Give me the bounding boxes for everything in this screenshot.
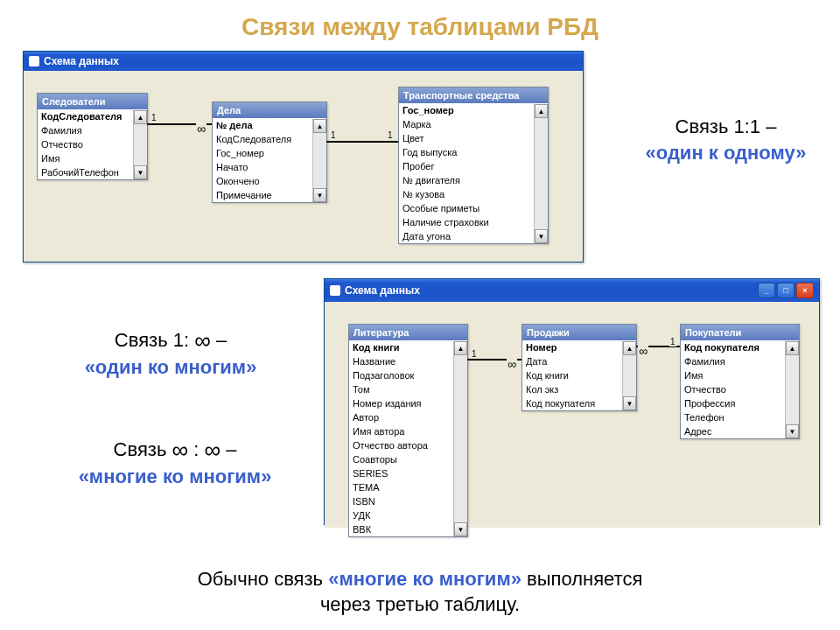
entity-fields: Гос_номер Марка Цвет Год выпуска Пробег … [399, 103, 548, 243]
entity-header: Литература [349, 325, 467, 340]
entity-investigators[interactable]: Следователи КодСледователя Фамилия Отчес… [37, 93, 148, 180]
entity-field: Том [349, 382, 467, 396]
scroll-down-icon[interactable]: ▼ [786, 424, 799, 438]
scrollbar[interactable]: ▲ ▼ [785, 341, 799, 438]
entity-fields: КодСледователя Фамилия Отчество Имя Рабо… [38, 109, 147, 179]
entity-cases[interactable]: Дела № дела КодСледователя Гос_номер Нач… [212, 102, 327, 203]
relation-caption: Связь ∞ : ∞ – [39, 433, 311, 464]
entity-header: Покупатели [681, 325, 799, 340]
scrollbar[interactable]: ▲ ▼ [622, 341, 636, 410]
scroll-up-icon[interactable]: ▲ [313, 119, 326, 133]
page-title: Связи между таблицами РБД [0, 0, 840, 48]
scroll-down-icon[interactable]: ▼ [535, 229, 548, 243]
entity-field: Окончено [213, 174, 326, 188]
entity-sales[interactable]: Продажи Номер Дата Код книги Кол экз Код… [522, 324, 637, 411]
entity-field: Профессия [681, 396, 799, 410]
relation-name: «многие ко многим» [39, 464, 311, 490]
scroll-down-icon[interactable]: ▼ [623, 396, 636, 410]
entity-field: Телефон [681, 410, 799, 424]
entity-field: КодСледователя [38, 109, 147, 123]
entity-field: Автор [349, 410, 467, 424]
scroll-track[interactable] [535, 118, 548, 229]
entity-field: Отчество [681, 382, 799, 396]
entity-fields: Номер Дата Код книги Кол экз Код покупат… [522, 340, 636, 410]
entity-field: Дата [522, 354, 636, 368]
entity-field: РабочийТелефон [38, 165, 147, 179]
entity-header: Следователи [38, 94, 147, 109]
entity-field: Имя автора [349, 424, 467, 438]
entity-field: Название [349, 354, 467, 368]
close-button[interactable]: × [796, 283, 814, 298]
schema-body-1[interactable]: Следователи КодСледователя Фамилия Отчес… [24, 71, 583, 262]
cardinality-label: 1 [669, 337, 676, 346]
entity-field: Наличие страховки [399, 215, 548, 229]
scroll-track[interactable] [313, 133, 326, 188]
entity-field: Имя [681, 368, 799, 382]
relation-name: «один к одному» [623, 140, 829, 166]
scroll-track[interactable] [454, 355, 467, 522]
schema-body-2[interactable]: Литература Код книги Название Подзаголов… [325, 302, 819, 528]
entity-field: КодСледователя [213, 132, 326, 146]
scroll-down-icon[interactable]: ▼ [454, 522, 467, 536]
scrollbar[interactable]: ▲ ▼ [312, 119, 326, 202]
entity-fields: Код книги Название Подзаголовок Том Номе… [349, 340, 467, 536]
window-buttons: _ □ × [758, 283, 814, 298]
entity-header: Транспортные средства [399, 88, 548, 103]
entity-field: Год выпуска [399, 145, 548, 159]
entity-literature[interactable]: Литература Код книги Название Подзаголов… [348, 324, 468, 537]
window-icon [330, 285, 340, 296]
relation-1-1-text: Связь 1:1 – «один к одному» [623, 114, 829, 165]
schema-window-1: Схема данных Следователи КодСледователя … [23, 51, 584, 262]
scroll-down-icon[interactable]: ▼ [134, 165, 147, 179]
entity-header: Продажи [522, 325, 636, 340]
titlebar[interactable]: Схема данных [24, 52, 583, 71]
entity-fields: № дела КодСледователя Гос_номер Начато О… [213, 118, 326, 202]
relationship-line[interactable] [326, 141, 398, 143]
entity-field: Примечание [213, 188, 326, 202]
relation-1-inf-text: Связь 1: ∞ – «один ко многим» [39, 324, 302, 381]
entity-field: Начато [213, 160, 326, 174]
entity-field: Код покупателя [681, 340, 799, 354]
entity-field: Номер издания [349, 396, 467, 410]
scroll-track[interactable] [786, 355, 799, 424]
entity-field: № кузова [399, 187, 548, 201]
entity-field: Соавторы [349, 452, 467, 466]
scroll-track[interactable] [623, 355, 636, 396]
scroll-down-icon[interactable]: ▼ [313, 188, 326, 202]
entity-field: Марка [399, 117, 548, 131]
scrollbar[interactable]: ▲ ▼ [534, 104, 548, 243]
footer-note: Обычно связь «многие ко многим» выполняе… [0, 566, 840, 618]
entity-field: Гос_номер [399, 103, 548, 117]
scroll-up-icon[interactable]: ▲ [454, 341, 467, 355]
scroll-up-icon[interactable]: ▲ [134, 110, 147, 124]
entity-fields: Код покупателя Фамилия Имя Отчество Проф… [681, 340, 799, 438]
titlebar[interactable]: Схема данных _ □ × [325, 279, 819, 302]
entity-field: Дата угона [399, 229, 548, 243]
cardinality-label: 1 [471, 349, 478, 359]
cardinality-label: ∞ [507, 357, 517, 371]
scrollbar[interactable]: ▲ ▼ [453, 341, 467, 536]
entity-field: ISBN [349, 494, 467, 508]
cardinality-label: ∞ [196, 122, 206, 136]
window-title: Схема данных [44, 55, 119, 67]
entity-header: Дела [213, 102, 326, 118]
scroll-track[interactable] [134, 124, 147, 165]
entity-field: Номер [522, 340, 636, 354]
relation-caption: Связь 1: ∞ – [39, 324, 302, 354]
scroll-up-icon[interactable]: ▲ [535, 104, 548, 118]
entity-field: Гос_номер [213, 146, 326, 160]
scroll-up-icon[interactable]: ▲ [623, 341, 636, 355]
cardinality-label: 1 [150, 113, 158, 122]
relation-inf-inf-text: Связь ∞ : ∞ – «многие ко многим» [39, 433, 311, 490]
entity-field: Подзаголовок [349, 368, 467, 382]
entity-buyers[interactable]: Покупатели Код покупателя Фамилия Имя От… [680, 324, 800, 439]
scroll-up-icon[interactable]: ▲ [786, 341, 799, 355]
entity-field: Код покупателя [522, 396, 636, 410]
relation-name: «один ко многим» [39, 354, 302, 381]
entity-vehicles[interactable]: Транспортные средства Гос_номер Марка Цв… [398, 87, 549, 244]
entity-field: УДК [349, 508, 467, 522]
scrollbar[interactable]: ▲ ▼ [133, 110, 147, 179]
minimize-button[interactable]: _ [758, 283, 775, 298]
entity-field: № дела [213, 118, 326, 132]
maximize-button[interactable]: □ [777, 283, 794, 298]
